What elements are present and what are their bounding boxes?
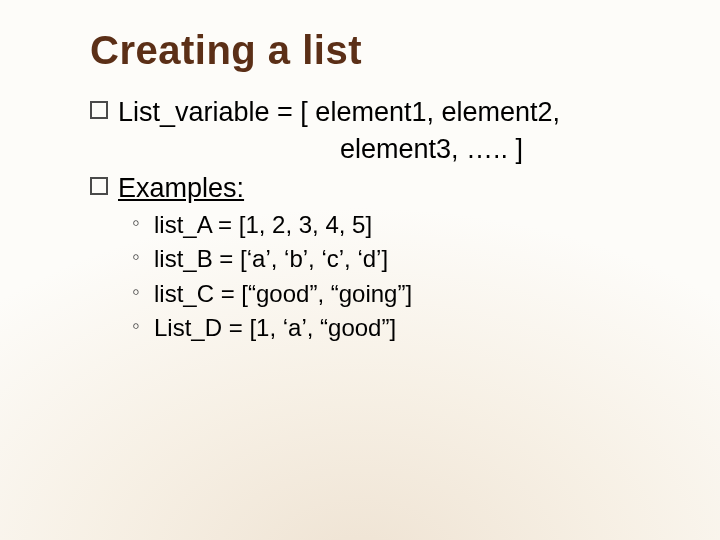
slide-title: Creating a list <box>90 28 660 73</box>
example-item: list_B = [‘a’, ‘b’, ‘c’, ‘d’] <box>90 243 660 274</box>
examples-heading: Examples: <box>90 171 660 206</box>
syntax-continuation: element3, ….. ] <box>90 132 660 167</box>
example-item: list_A = [1, 2, 3, 4, 5] <box>90 209 660 240</box>
square-bullet-icon <box>90 101 108 119</box>
syntax-line: List_variable = [ element1, element2, <box>90 95 660 130</box>
example-item: List_D = [1, ‘a’, “good”] <box>90 312 660 343</box>
syntax-rest: = [ element1, element2, <box>270 97 560 127</box>
square-bullet-icon <box>90 177 108 195</box>
examples-label: Examples: <box>118 173 244 203</box>
syntax-variable: List_variable <box>118 97 270 127</box>
slide: Creating a list List_variable = [ elemen… <box>0 0 720 540</box>
slide-body: List_variable = [ element1, element2, el… <box>90 95 660 343</box>
example-item: list_C = [“good”, “going”] <box>90 278 660 309</box>
